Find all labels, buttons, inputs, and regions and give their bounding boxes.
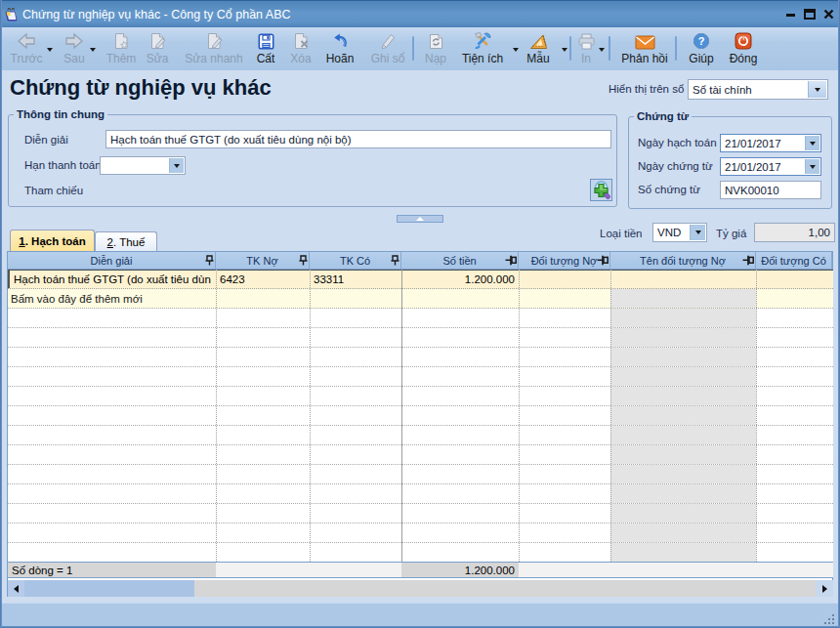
- svg-text:?: ?: [698, 35, 705, 47]
